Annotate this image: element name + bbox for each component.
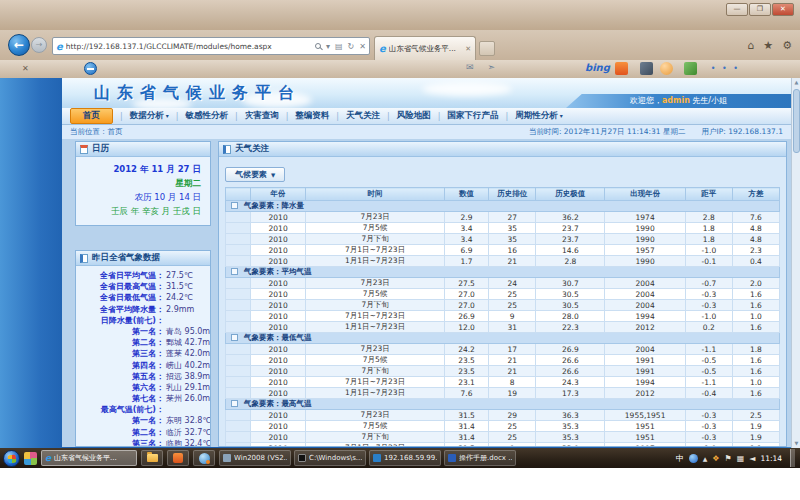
table-cell: 0.4 — [732, 256, 779, 267]
tab-close-icon[interactable]: ✕ — [465, 45, 471, 53]
table-row[interactable]: 20107月1日~7月23日23.1824.31994-1.11.0 — [226, 377, 780, 388]
browser-tab[interactable]: e 山东省气候业务平... ✕ — [374, 36, 476, 60]
toolbar-overflow-dots[interactable]: • • • — [711, 64, 740, 73]
url-text[interactable]: http://192.168.137.1/GLCCLIMATE/modules/… — [66, 42, 312, 51]
network-icon[interactable]: ▦ — [737, 454, 745, 463]
toolbar-app-icon-orange[interactable] — [615, 62, 628, 75]
tray-expand-icon[interactable]: ▲ — [703, 455, 708, 462]
taskbar-pinned-icon[interactable] — [24, 452, 37, 465]
browser-chrome: ← → e http://192.168.137.1/GLCCLIMATE/mo… — [0, 30, 800, 60]
ime-indicator[interactable]: 中 — [676, 453, 684, 464]
climate-element-button[interactable]: 气候要素 ▼ — [225, 167, 285, 182]
table-row[interactable]: 20107月5候23.52126.61991-0.51.6 — [226, 355, 780, 366]
new-tab-button[interactable] — [479, 41, 495, 56]
toolbar-app-icon-camera[interactable] — [640, 62, 653, 75]
nav-item-0[interactable]: 首页 — [70, 108, 113, 124]
collapse-icon[interactable] — [231, 202, 238, 209]
taskbar-app-button-orange[interactable] — [167, 450, 189, 466]
table-row[interactable]: 20107月1日~7月23日26.9928.01994-1.01.0 — [226, 311, 780, 322]
nav-item-6[interactable]: 风险地图 — [397, 110, 431, 122]
taskbar-media-button[interactable] — [193, 450, 215, 466]
table-row[interactable]: 20107月下旬3.43523.719901.84.8 — [226, 234, 780, 245]
close-button[interactable]: ✕ — [772, 3, 794, 16]
table-row[interactable]: 20107月下旬31.42535.31951-0.31.9 — [226, 432, 780, 443]
nav-item-3[interactable]: 灾害查询 — [245, 110, 279, 122]
volume-icon[interactable]: ◄ — [749, 454, 755, 463]
table-group-row[interactable]: 气象要素：平均气温 — [226, 267, 780, 278]
nav-item-1[interactable]: 数据分析▾ — [130, 110, 169, 122]
table-row[interactable]: 20107月下旬23.52126.61991-0.51.6 — [226, 366, 780, 377]
back-button[interactable]: ← — [8, 34, 30, 56]
table-header-cell: 历史排位 — [489, 188, 536, 201]
tray-alert-icon[interactable]: ❖ — [712, 454, 719, 463]
taskbar-active-window[interactable]: e 山东省气候业务平... — [41, 450, 137, 466]
table-row[interactable]: 20101月1日~7月23日1.7212.81990-0.10.4 — [226, 256, 780, 267]
tray-app-icon[interactable] — [689, 454, 698, 463]
row-indent — [226, 432, 251, 443]
table-row[interactable]: 20107月1日~7月23日31.5933.01997-1.01.1 — [226, 443, 780, 447]
stop-icon[interactable]: ✕ — [359, 42, 366, 51]
taskbar-window-3[interactable]: 操作手册.docx ... — [444, 450, 516, 466]
show-desktop-button[interactable] — [790, 449, 795, 467]
panel-icon — [223, 145, 231, 154]
chevron-down-icon[interactable]: ▾ — [326, 42, 330, 51]
table-row[interactable]: 20107月下旬27.02530.52004-0.31.6 — [226, 300, 780, 311]
nav-item-5[interactable]: 天气关注 — [346, 110, 380, 122]
taskbar-explorer-button[interactable] — [141, 450, 163, 466]
compatibility-icon[interactable]: ▤ — [335, 42, 343, 51]
table-group-row[interactable]: 气象要素：降水量 — [226, 201, 780, 212]
forward-button[interactable]: → — [31, 37, 47, 53]
blocked-circle-icon[interactable] — [84, 62, 97, 75]
send-icon[interactable]: ➣ — [488, 62, 496, 72]
table-cell: 17 — [489, 344, 536, 355]
nav-item-7[interactable]: 国家下行产品 — [447, 110, 498, 122]
table-cell: 2010 — [250, 421, 305, 432]
collapse-icon[interactable] — [231, 334, 238, 341]
nav-item-8[interactable]: 周期性分析▾ — [515, 110, 563, 122]
toolbar-app-icon-round[interactable] — [660, 62, 673, 75]
settings-gear-icon[interactable]: ⚙ — [782, 39, 792, 52]
toolbar-close-icon[interactable]: ✕ — [22, 64, 29, 73]
sidebar-stat-line: 全省日平均气温：27.5℃ — [78, 270, 208, 281]
toolbar-app-icon-green[interactable] — [684, 62, 697, 75]
table-row[interactable]: 20101月1日~7月23日7.61917.32012-0.41.6 — [226, 388, 780, 399]
scrollbar-thumb[interactable] — [793, 89, 800, 153]
table-row[interactable]: 20107月1日~7月23日6.91614.61957-1.02.3 — [226, 245, 780, 256]
table-row[interactable]: 20107月5候3.43523.719901.84.8 — [226, 223, 780, 234]
taskbar-window-0[interactable]: Win2008 (VS2... — [219, 450, 291, 466]
refresh-icon[interactable]: ↻ — [348, 42, 355, 51]
favorites-star-icon[interactable]: ★ — [763, 39, 773, 52]
collapse-icon[interactable] — [231, 400, 238, 407]
table-row[interactable]: 20107月23日2.92736.219742.87.6 — [226, 212, 780, 223]
nav-item-4[interactable]: 整编资料 — [295, 110, 329, 122]
breadcrumb[interactable]: 当前位置：首页 — [70, 127, 123, 137]
scroll-down-icon[interactable]: ▼ — [792, 439, 800, 448]
table-row[interactable]: 20107月5候27.02530.52004-0.31.6 — [226, 289, 780, 300]
table-row[interactable]: 20107月23日31.52936.31955,1951-0.32.5 — [226, 410, 780, 421]
taskbar-window-1[interactable]: C:\Windows\s... — [294, 450, 366, 466]
table-row[interactable]: 20101月1日~7月23日12.03122.320120.21.6 — [226, 322, 780, 333]
address-bar[interactable]: e http://192.168.137.1/GLCCLIMATE/module… — [52, 37, 370, 55]
start-button[interactable] — [3, 450, 20, 467]
clock[interactable]: 11:14 — [760, 454, 782, 463]
scroll-up-icon[interactable]: ▲ — [792, 78, 800, 87]
minimize-button[interactable]: — — [726, 3, 748, 16]
maximize-button[interactable]: ❐ — [749, 3, 771, 16]
table-row[interactable]: 20107月23日24.21726.92004-1.11.8 — [226, 344, 780, 355]
page-scrollbar[interactable]: ▲ ▼ — [791, 78, 800, 448]
mail-icon[interactable]: ✉ — [466, 62, 474, 72]
search-icon[interactable] — [315, 43, 321, 49]
table-cell: 26.6 — [536, 366, 605, 377]
bing-logo[interactable]: bing — [585, 62, 610, 73]
nav-item-2[interactable]: 敏感性分析 — [185, 110, 228, 122]
table-row[interactable]: 20107月23日27.52430.72004-0.72.0 — [226, 278, 780, 289]
action-center-flag-icon[interactable]: ⚑ — [724, 454, 731, 463]
table-row[interactable]: 20107月5候31.42535.31951-0.31.9 — [226, 421, 780, 432]
table-group-row[interactable]: 气象要素：最高气温 — [226, 399, 780, 410]
table-group-row[interactable]: 气象要素：最低气温 — [226, 333, 780, 344]
table-cell: -0.5 — [685, 366, 732, 377]
home-icon[interactable]: ⌂ — [747, 39, 754, 52]
taskbar-window-2[interactable]: 192.168.59.99... — [369, 450, 441, 466]
window-titlebar[interactable]: — ❐ ✕ — [0, 0, 800, 30]
collapse-icon[interactable] — [231, 268, 238, 275]
